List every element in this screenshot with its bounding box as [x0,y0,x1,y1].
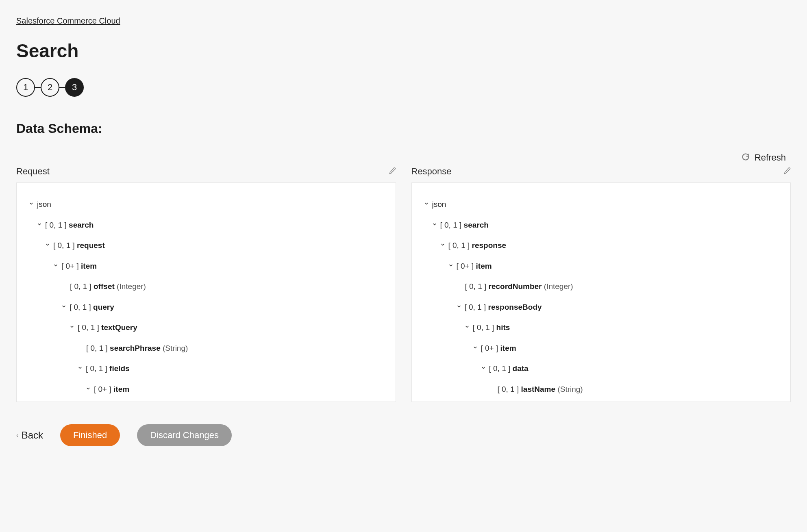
step-1[interactable]: 1 [16,78,35,97]
tree-node-json[interactable]: json [27,194,385,215]
chevron-down-icon [448,263,454,270]
step-2[interactable]: 2 [41,78,59,97]
chevron-down-icon [473,345,479,352]
tree-node-label: [ 0+ ] item [61,261,97,272]
tree-node-label: [ 0+ ] item [481,343,516,354]
chevron-down-icon [61,304,67,311]
tree-node-label: [ 0, 1 ] offset (Integer) [70,281,146,293]
edit-request-icon[interactable] [389,167,396,176]
tree-node-textQuery[interactable]: [ 0, 1 ] textQuery [68,317,385,338]
tree-node-label: [ 0, 1 ] response [448,240,507,252]
edit-response-icon[interactable] [783,167,791,176]
request-tree-card: json[ 0, 1 ] search[ 0, 1 ] request[ 0+ … [16,182,396,402]
chevron-down-icon [45,242,51,249]
tree-node-label: [ 0, 1 ] data [489,363,529,375]
tree-node-label: [ 0, 1 ] responseBody [465,302,542,313]
chevron-down-icon [440,242,446,249]
step-connector [59,87,65,88]
tree-node-label: [ 0, 1 ] lastName (String) [498,384,583,395]
tree-node-label: [ 0, 1 ] searchPhrase (String) [86,343,188,354]
tree-node-query[interactable]: [ 0, 1 ] query [60,297,385,318]
tree-node-offset[interactable]: [ 0, 1 ] offset (Integer) [60,276,385,297]
chevron-down-icon [481,365,487,372]
tree-node-search[interactable]: [ 0, 1 ] search [431,215,780,236]
step-3[interactable]: 3 [65,78,84,97]
chevron-down-icon [78,365,83,372]
tree-node-customerNo[interactable]: [ 0, 1 ] customerNo (String) [487,400,780,402]
tree-node-responseBody[interactable]: [ 0, 1 ] responseBody [455,297,780,318]
tree-node-recordNumber[interactable]: [ 0, 1 ] recordNumber (Integer) [455,276,780,297]
tree-node-label: [ 0, 1 ] recordNumber (Integer) [465,281,573,293]
chevron-down-icon [37,221,43,229]
breadcrumb-link[interactable]: Salesforce Commerce Cloud [16,16,120,26]
request-panel-label: Request [16,166,50,177]
chevron-down-icon [53,263,59,270]
tree-node-searchPhrase[interactable]: [ 0, 1 ] searchPhrase (String) [76,338,385,359]
response-tree-card: json[ 0, 1 ] search[ 0, 1 ] response[ 0+… [411,182,791,402]
tree-node-#text[interactable]: [ 1 ] #text (String) [92,400,385,402]
tree-node-item[interactable]: [ 0+ ] item [471,338,780,359]
chevron-down-icon [70,324,75,331]
tree-node-response[interactable]: [ 0, 1 ] response [439,235,780,256]
response-panel-label: Response [411,166,452,177]
tree-node-label: [ 0, 1 ] search [440,219,489,231]
refresh-icon[interactable] [742,153,750,163]
back-label: Back [22,430,43,441]
tree-node-label: [ 0, 1 ] hits [473,322,510,334]
section-heading: Data Schema: [16,121,791,136]
tree-node-label: json [432,199,446,211]
tree-node-request[interactable]: [ 0, 1 ] request [44,235,385,256]
tree-node-data[interactable]: [ 0, 1 ] data [479,358,780,379]
tree-node-lastName[interactable]: [ 0, 1 ] lastName (String) [487,379,780,400]
tree-node-label: [ 0, 1 ] textQuery [78,322,137,334]
chevron-down-icon [457,304,462,311]
tree-node-label: [ 0+ ] item [457,261,492,272]
tree-node-hits[interactable]: [ 0, 1 ] hits [463,317,780,338]
chevron-down-icon [424,201,430,208]
chevron-down-icon [29,201,35,208]
tree-node-label: [ 0+ ] item [94,384,129,395]
tree-node-label: json [37,199,51,211]
chevron-left-icon: ‹ [16,432,18,439]
back-button[interactable]: ‹ Back [16,430,43,441]
tree-node-item[interactable]: [ 0+ ] item [447,256,780,277]
chevron-down-icon [432,221,438,229]
tree-node-search[interactable]: [ 0, 1 ] search [35,215,385,236]
tree-node-fields[interactable]: [ 0, 1 ] fields [76,358,385,379]
stepper: 1 2 3 [16,78,791,97]
tree-node-label: [ 0, 1 ] request [53,240,105,252]
chevron-down-icon [465,324,470,331]
tree-node-item[interactable]: [ 0+ ] item [84,379,385,400]
step-connector [35,87,41,88]
tree-node-label: [ 0, 1 ] fields [86,363,130,375]
finished-button[interactable]: Finished [60,424,120,446]
tree-node-json[interactable]: json [422,194,780,215]
refresh-button[interactable]: Refresh [755,152,786,163]
tree-node-label: [ 0, 1 ] query [70,302,114,313]
discard-changes-button[interactable]: Discard Changes [137,424,232,446]
tree-node-item[interactable]: [ 0+ ] item [52,256,385,277]
tree-node-label: [ 0, 1 ] search [45,219,94,231]
chevron-down-icon [86,386,91,393]
page-title: Search [16,40,791,62]
